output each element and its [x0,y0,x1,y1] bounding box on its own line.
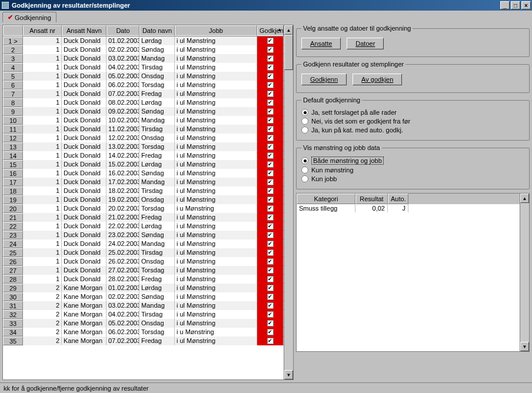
cell-ansattnavn[interactable]: Duck Donald [62,169,107,178]
cell-godkjent[interactable]: ✔ [257,204,284,213]
cell-ansattnavn[interactable]: Duck Donald [62,63,107,72]
cell-ansattnavn[interactable]: Duck Donald [62,160,107,169]
row-header[interactable]: 13 [3,142,23,151]
approved-checkbox[interactable]: ✔ [267,249,274,256]
scroll-down-button[interactable]: ▼ [284,370,293,379]
cell-datonavn[interactable]: Onsdag [139,257,175,266]
cell-ansattnavn[interactable]: Duck Donald [62,257,107,266]
close-button[interactable]: × [521,1,531,9]
approved-checkbox[interactable]: ✔ [267,214,274,221]
cell-datonavn[interactable]: Fredag [139,89,175,98]
cell-ansattnavn[interactable]: Duck Donald [62,89,107,98]
cell-jobb[interactable]: i ul Mønstring [175,222,257,231]
radio-view-opt1[interactable]: Både mønstring og jobb [301,156,524,165]
row-header[interactable]: 34 [3,328,23,337]
cell-datonavn[interactable]: Onsdag [139,319,175,328]
cell-kategori[interactable]: Smuss tillegg [297,204,355,212]
row-header[interactable]: 11 [3,125,23,134]
cell-godkjent[interactable]: ✔ [257,231,284,239]
cell-ansattnavn[interactable]: Kane Morgan [62,328,107,337]
cell-ansattnr[interactable]: 1 [23,257,62,266]
approved-checkbox[interactable]: ✔ [267,329,274,335]
cell-ansattnavn[interactable]: Duck Donald [62,107,107,116]
cell-godkjent[interactable]: ✔ [257,160,284,169]
cell-jobb[interactable]: i ul Mønstring [175,275,257,284]
approved-checkbox[interactable]: ✔ [267,320,274,327]
cell-jobb[interactable]: i ul Mønstring [175,36,257,45]
approved-checkbox[interactable]: ✔ [267,170,274,176]
col-header-kategori[interactable]: Kategori [297,194,355,204]
cell-jobb[interactable]: i ul Mønstring [175,231,257,239]
cell-datonavn[interactable]: Mandag [139,178,175,186]
cell-godkjent[interactable]: ✔ [257,72,284,81]
cell-godkjent[interactable]: ✔ [257,142,284,151]
cell-datonavn[interactable]: Lørdag [139,98,175,107]
cell-jobb[interactable]: i ul Mønstring [175,45,257,54]
cell-ansattnavn[interactable]: Duck Donald [62,72,107,81]
cell-dato[interactable]: 06.02.2003 [107,81,139,89]
cell-ansattnr[interactable]: 1 [23,204,62,213]
approved-checkbox[interactable]: ✔ [267,161,274,168]
table-row[interactable]: 322Kane Morgan04.02.2003Tirsdagi ul Møns… [3,310,284,319]
cell-jobb[interactable]: i ul Mønstring [175,301,257,310]
cell-dato[interactable]: 21.02.2003 [107,213,139,222]
scroll-track[interactable] [520,203,529,342]
cell-datonavn[interactable]: Mandag [139,116,175,125]
cell-godkjent[interactable]: ✔ [257,151,284,160]
cell-ansattnavn[interactable]: Duck Donald [62,125,107,134]
row-header[interactable]: 23 [3,231,23,239]
scroll-up-button[interactable]: ▲ [284,25,293,35]
row-header[interactable]: 7 [3,89,23,98]
datoer-button[interactable]: Datoer [347,38,384,49]
col-header-rownum[interactable] [3,25,23,36]
cell-ansattnr[interactable]: 1 [23,151,62,160]
approved-checkbox[interactable]: ✔ [267,302,274,309]
approved-checkbox[interactable]: ✔ [267,338,274,344]
cell-datonavn[interactable]: Fredag [139,337,175,345]
cell-ansattnr[interactable]: 1 [23,142,62,151]
col-header-dato[interactable]: Dato [107,25,139,36]
table-row[interactable]: 151Duck Donald15.02.2003Lørdagi ul Mønst… [3,160,284,169]
cell-jobb[interactable]: i ul Mønstring [175,134,257,142]
cell-datonavn[interactable]: Fredag [139,275,175,284]
row-header[interactable]: 20 [3,204,23,213]
approved-checkbox[interactable]: ✔ [267,267,274,274]
approved-checkbox[interactable]: ✔ [267,144,274,150]
cell-datonavn[interactable]: Tirsdag [139,63,175,72]
cell-dato[interactable]: 28.02.2003 [107,275,139,284]
cell-dato[interactable]: 20.02.2003 [107,204,139,213]
table-row[interactable]: 51Duck Donald05.02.2003Onsdagi ul Mønstr… [3,72,284,81]
row-header[interactable]: 24 [3,239,23,248]
minimize-button[interactable]: _ [500,1,510,9]
cell-ansattnr[interactable]: 1 [23,116,62,125]
cell-godkjent[interactable]: ✔ [257,116,284,125]
cell-jobb[interactable]: i ul Mønstring [175,310,257,319]
cell-jobb[interactable]: i ul Mønstring [175,195,257,204]
cell-ansattnavn[interactable]: Duck Donald [62,275,107,284]
cell-ansattnavn[interactable]: Duck Donald [62,45,107,54]
cell-dato[interactable]: 11.02.2003 [107,125,139,134]
cell-dato[interactable]: 06.02.2003 [107,328,139,337]
cell-ansattnr[interactable]: 1 [23,81,62,89]
cell-jobb[interactable]: i ul Mønstring [175,72,257,81]
cell-jobb[interactable]: i ul Mønstring [175,337,257,345]
row-header[interactable]: 27 [3,266,23,275]
cell-ansattnavn[interactable]: Duck Donald [62,222,107,231]
cell-datonavn[interactable]: Tirsdag [139,310,175,319]
row-header[interactable]: 32 [3,310,23,319]
row-header[interactable]: 18 [3,186,23,195]
cell-datonavn[interactable]: Søndag [139,231,175,239]
cell-datonavn[interactable]: Onsdag [139,195,175,204]
row-header[interactable]: 30 [3,292,23,301]
cell-ansattnr[interactable]: 1 [23,107,62,116]
cell-ansattnavn[interactable]: Duck Donald [62,142,107,151]
table-row[interactable]: 312Kane Morgan03.02.2003Mandagi ul Mønst… [3,301,284,310]
cell-datonavn[interactable]: Torsdag [139,328,175,337]
cell-jobb[interactable]: i ul Mønstring [175,107,257,116]
cell-jobb[interactable]: i ul Mønstring [175,151,257,160]
cell-jobb[interactable]: i ul Mønstring [175,54,257,63]
cell-dato[interactable]: 04.02.2003 [107,310,139,319]
cell-ansattnavn[interactable]: Kane Morgan [62,284,107,292]
cell-ansattnr[interactable]: 1 [23,36,62,45]
cell-dato[interactable]: 22.02.2003 [107,222,139,231]
